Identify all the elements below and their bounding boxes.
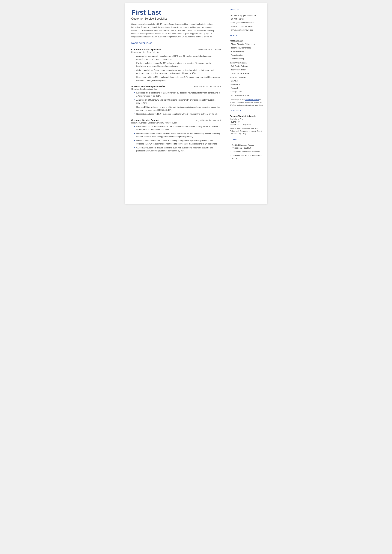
- bullet-3-4: Guided 320 customers through the billing…: [134, 146, 221, 153]
- skill-event-planning: Event Planning: [230, 57, 264, 60]
- job-header-3: Customer Service Support August 2010 – J…: [131, 119, 221, 121]
- bullet-2-4: Negotiated and resolved 3.4K customer co…: [134, 112, 221, 116]
- skills-note: Don't forget to use Resume Worded to sca…: [230, 98, 264, 107]
- bullet-2-1: Exceeded the expectations of 1.2K custom…: [134, 91, 221, 98]
- skill-zendesk: Zendesk: [230, 87, 264, 90]
- education-label: EDUCATION: [230, 110, 264, 112]
- skill-phone-etiquette: Phone Etiquette (Advanced): [230, 43, 264, 46]
- contact-email: email@resumeworded.com: [230, 21, 264, 24]
- bullet-1-2: Provided technical support for 121 softw…: [134, 62, 221, 68]
- other-label: OTHER: [230, 139, 264, 140]
- job-company-2: Growthsi, San Francisco, CA: [131, 88, 221, 90]
- candidate-title: Customer Service Specialist: [131, 17, 221, 20]
- job-dates-1: November 2015 – Present: [198, 49, 221, 51]
- other-section: OTHER Certified Customer Service Profess…: [230, 139, 264, 160]
- skill-google-suite: Google Suite: [230, 90, 264, 93]
- skill-technical-support: Technical Support: [230, 68, 264, 71]
- edu-awards: Awards: Resume Worded Teaching Fellow (o…: [230, 127, 264, 135]
- skills-note-prefix: Don't forget to use: [230, 99, 245, 101]
- skill-call-center: Call Center Software: [230, 65, 264, 68]
- skill-troubleshooting: Troubleshooting: [230, 50, 264, 53]
- skill-microsoft-office: Microsoft Office Suite: [230, 94, 264, 97]
- job-block-2: Account Service Representative February …: [131, 85, 221, 116]
- edu-degree: Bachelor of Arts: [230, 118, 264, 120]
- contact-location: Topeka, KS (Open to Remote): [230, 14, 264, 17]
- left-column: First Last Customer Service Specialist C…: [125, 3, 226, 204]
- edu-location-date: Boston, MA — July 2010: [230, 123, 264, 126]
- job-bullets-2: Exceeded the expectations of 1.2K custom…: [131, 91, 221, 116]
- contact-label: CONTACT: [230, 9, 264, 11]
- resume-page: First Last Customer Service Specialist C…: [125, 3, 267, 204]
- job-title-1: Customer Service Specialist: [131, 48, 161, 51]
- other-item-2: Customer Experience Certification.: [230, 150, 264, 153]
- job-company-1: Resume Worded, New York, NY: [131, 51, 221, 53]
- work-divider: [131, 46, 221, 46]
- right-column: CONTACT Topeka, KS (Open to Remote) +1-2…: [226, 3, 267, 204]
- bullet-3-1: Ensured the issues and concerns of 2.3K …: [134, 125, 221, 131]
- other-item-1: Certified Customer Service Professional …: [230, 144, 264, 149]
- skill-sap: SAP ERP: [230, 79, 264, 82]
- job-dates-2: February 2013 – October 2015: [194, 85, 221, 88]
- job-company-3: Resume Worded's Exciting Company, New Yo…: [131, 122, 221, 124]
- job-block-3: Customer Service Support August 2010 – J…: [131, 119, 221, 153]
- contact-linkedin: linkedin.com/in/username: [230, 25, 264, 28]
- technical-skills-label: Technical Skills:: [230, 40, 264, 42]
- resume-worded-link[interactable]: Resume Worded: [245, 99, 259, 101]
- skill-customer-experience: Customer Experience: [230, 72, 264, 75]
- candidate-name: First Last: [131, 9, 221, 16]
- industry-knowledge-label: Industry Knowledge:: [230, 62, 264, 64]
- bullet-1-3: Collaborated with a 7-member cross-funct…: [134, 69, 221, 75]
- edu-field: Psychology: [230, 120, 264, 123]
- education-section: EDUCATION Resume Worded University Bache…: [230, 110, 264, 135]
- skills-label: SKILLS: [230, 35, 264, 36]
- bullet-2-2: Achieved an 84% renewal rate for 800 exi…: [134, 98, 221, 105]
- skills-section: SKILLS Technical Skills: Phone Etiquette…: [230, 35, 264, 107]
- tools-software-label: Tools and Software:: [230, 77, 264, 79]
- job-header-2: Account Service Representative February …: [131, 85, 221, 88]
- skill-teaching: Teaching (Experienced): [230, 46, 264, 49]
- job-dates-3: August 2010 – January 2013: [196, 119, 221, 121]
- skills-divider: [230, 38, 264, 38]
- work-experience-label: WORK EXPERIENCE: [131, 42, 221, 44]
- job-header-1: Customer Service Specialist November 201…: [131, 48, 221, 51]
- skill-salesforce: Salesforce: [230, 83, 264, 86]
- contact-github: github.com/resumeworded: [230, 28, 264, 31]
- job-title-2: Account Service Representative: [131, 85, 165, 88]
- bullet-1-4: Responded swiftly to 739 emails and phon…: [134, 76, 221, 82]
- skill-administration: Administration: [230, 54, 264, 56]
- summary-text: Customer service specialist with 10 year…: [131, 23, 221, 38]
- bullet-3-2: Resolved queries and offered solutions w…: [134, 132, 221, 139]
- edu-school: Resume Worded University: [230, 115, 264, 117]
- contact-section: CONTACT Topeka, KS (Open to Remote) +1-2…: [230, 9, 264, 31]
- job-title-3: Customer Service Support: [131, 119, 159, 121]
- other-item-3: Certified Client Service Professional (C…: [230, 154, 264, 160]
- job-bullets-1: Achieved an average call resolution rate…: [131, 55, 221, 82]
- bullet-3-3: Provided superior customer service in ha…: [134, 139, 221, 146]
- job-bullets-3: Ensured the issues and concerns of 2.3K …: [131, 125, 221, 153]
- contact-phone: +1-234-456-789: [230, 18, 264, 21]
- job-block-1: Customer Service Specialist November 201…: [131, 48, 221, 82]
- bullet-1-1: Achieved an average call resolution rate…: [134, 55, 221, 61]
- bullet-2-3: Recruited 1K new clients via phone while…: [134, 106, 221, 112]
